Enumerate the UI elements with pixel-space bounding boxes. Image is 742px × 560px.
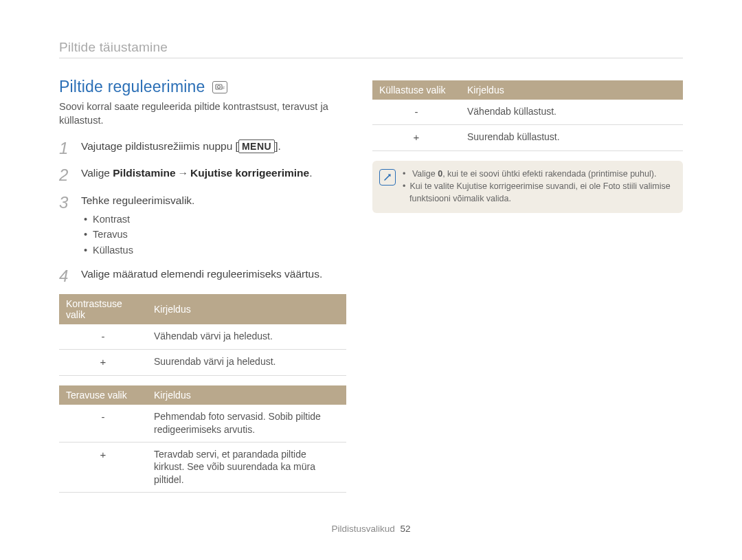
camera-p-icon: P	[212, 81, 227, 93]
step-3-options: Kontrast Teravus Küllastus	[81, 212, 194, 258]
note-icon	[379, 169, 396, 186]
option-desc: Vähendab küllastust.	[460, 100, 683, 125]
note-item: Kui te valite Kujutise korrigeerimise su…	[403, 180, 673, 205]
note-item: Valige 0, kui te ei soovi ühtki efekti r…	[403, 168, 673, 180]
svg-point-1	[217, 86, 220, 89]
table-header: Kirjeldus	[460, 80, 683, 100]
page-footer: Pildistusvalikud 52	[0, 524, 742, 534]
footer-label: Pildistusvalikud	[331, 524, 394, 534]
saturation-table: Küllastuse valik Kirjeldus - Vähendab kü…	[372, 80, 683, 151]
table-header: Kirjeldus	[147, 294, 346, 324]
page-number: 52	[401, 524, 411, 534]
arrow-icon: →	[176, 167, 191, 179]
step-2: 2 Valige Pildistamine→Kujutise korrigeer…	[59, 166, 346, 183]
table-header: Küllastuse valik	[372, 80, 460, 100]
table-header: Kirjeldus	[147, 385, 346, 405]
step-number: 1	[59, 139, 73, 157]
table-row: - Vähendab küllastust.	[372, 100, 683, 125]
step-text: Valige määratud elemendi reguleerimiseks…	[81, 267, 322, 284]
step-text: Tehke reguleerimisvalik. Kontrast Teravu…	[81, 194, 194, 258]
step-4: 4 Valige määratud elemendi reguleerimise…	[59, 267, 346, 284]
table-row: + Suurendab küllastust.	[372, 125, 683, 150]
step-3: 3 Tehke reguleerimisvalik. Kontrast Tera…	[59, 194, 346, 258]
header-divider	[59, 58, 683, 58]
option-symbol: +	[59, 350, 147, 375]
svg-text:P: P	[223, 86, 225, 90]
table-header: Kontrastsuse valik	[59, 294, 147, 324]
menu-button-label: MENU	[238, 139, 275, 153]
note-box: Valige 0, kui te ei soovi ühtki efekti r…	[372, 161, 683, 213]
table-row: + Teravdab servi, et parandada piltide k…	[59, 442, 346, 493]
list-item: Küllastus	[84, 243, 194, 258]
step-number: 4	[59, 267, 73, 284]
section-intro: Soovi korral saate reguleerida piltide k…	[59, 100, 346, 127]
option-symbol: -	[59, 405, 147, 442]
table-row: + Suurendab värvi ja heledust.	[59, 350, 346, 375]
step-number: 2	[59, 166, 73, 183]
list-item: Teravus	[84, 227, 194, 242]
list-item: Kontrast	[84, 212, 194, 227]
option-desc: Vähendab värvi ja heledust.	[147, 324, 346, 350]
step-1: 1 Vajutage pildistusrežiimis nuppu [MENU…	[59, 139, 346, 157]
option-desc: Teravdab servi, et parandada piltide kir…	[147, 442, 346, 493]
option-symbol: +	[372, 125, 460, 150]
sharpness-table: Teravuse valik Kirjeldus - Pehmendab fot…	[59, 385, 346, 493]
contrast-table: Kontrastsuse valik Kirjeldus - Vähendab …	[59, 294, 346, 376]
option-desc: Suurendab värvi ja heledust.	[147, 350, 346, 375]
option-symbol: -	[372, 100, 460, 125]
step-text: Valige Pildistamine→Kujutise korrigeerim…	[81, 166, 313, 183]
option-symbol: -	[59, 324, 147, 350]
option-symbol: +	[59, 442, 147, 493]
page-header-title: Piltide täiustamine	[59, 40, 683, 55]
table-header: Teravuse valik	[59, 385, 147, 405]
table-row: - Pehmendab foto servasid. Sobib piltide…	[59, 405, 346, 442]
section-title: Piltide reguleerimine	[59, 78, 205, 96]
step-number: 3	[59, 194, 73, 258]
step-text: Vajutage pildistusrežiimis nuppu [MENU].	[81, 139, 281, 157]
option-desc: Pehmendab foto servasid. Sobib piltide r…	[147, 405, 346, 442]
table-row: - Vähendab värvi ja heledust.	[59, 324, 346, 350]
option-desc: Suurendab küllastust.	[460, 125, 683, 150]
